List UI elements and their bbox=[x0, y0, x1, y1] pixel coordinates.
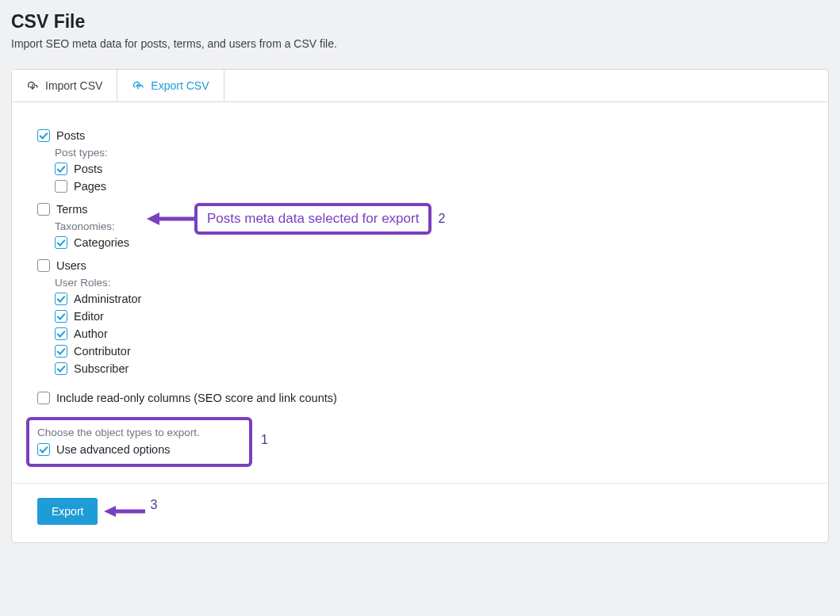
export-button[interactable]: Export bbox=[37, 498, 98, 525]
label-role-administrator: Administrator bbox=[74, 293, 141, 305]
checkbox-taxonomy-categories[interactable] bbox=[55, 236, 67, 249]
cloud-download-icon bbox=[26, 79, 39, 92]
svg-marker-3 bbox=[104, 506, 116, 517]
row-readonly: Include read-only columns (SEO score and… bbox=[37, 388, 803, 407]
footer-bar: Export 3 bbox=[12, 483, 828, 542]
sublabel-taxonomies: Taxonomies: bbox=[55, 220, 803, 232]
label-post-type-posts: Posts bbox=[74, 163, 102, 175]
checkbox-posts[interactable] bbox=[37, 129, 50, 142]
label-posts: Posts bbox=[56, 129, 85, 142]
label-role-author: Author bbox=[74, 327, 108, 340]
tab-import-label: Import CSV bbox=[45, 79, 102, 92]
checkbox-role-author[interactable] bbox=[55, 327, 67, 340]
tab-export-csv[interactable]: Export CSV bbox=[117, 70, 224, 101]
group-posts: Posts Post types: Posts Posts meta data … bbox=[37, 126, 803, 195]
label-users: Users bbox=[56, 259, 86, 272]
label-role-editor: Editor bbox=[74, 310, 104, 323]
checkbox-users[interactable] bbox=[37, 259, 50, 272]
page-title: CSV File bbox=[11, 11, 829, 33]
csv-tab-panel: Import CSV Export CSV Posts Post types: bbox=[11, 69, 829, 543]
label-role-subscriber: Subscriber bbox=[74, 362, 128, 375]
export-tab-content: Posts Post types: Posts Posts meta data … bbox=[12, 102, 828, 483]
sublabel-post-types: Post types: bbox=[55, 147, 803, 159]
checkbox-role-subscriber[interactable] bbox=[55, 362, 67, 375]
label-choose-object-types: Choose the object types to export. bbox=[37, 427, 241, 438]
tab-export-label: Export CSV bbox=[151, 79, 209, 92]
tab-import-csv[interactable]: Import CSV bbox=[12, 70, 117, 101]
checkbox-use-advanced[interactable] bbox=[37, 443, 50, 456]
annotation-number-3: 3 bbox=[150, 498, 157, 512]
annotation-box-advanced: Choose the object types to export. Use a… bbox=[26, 417, 252, 467]
page-description: Import SEO meta data for posts, terms, a… bbox=[11, 37, 829, 50]
checkbox-role-administrator[interactable] bbox=[55, 293, 67, 305]
annotation-number-1: 1 bbox=[261, 433, 268, 447]
checkbox-terms[interactable] bbox=[37, 203, 50, 216]
label-include-readonly: Include read-only columns (SEO score and… bbox=[56, 392, 337, 404]
label-use-advanced: Use advanced options bbox=[56, 443, 171, 456]
checkbox-role-editor[interactable] bbox=[55, 310, 67, 323]
label-post-type-pages: Pages bbox=[74, 180, 106, 193]
checkbox-post-type-pages[interactable] bbox=[55, 180, 67, 193]
group-users: Users User Roles: Administrator Editor A… bbox=[37, 256, 803, 377]
cloud-upload-icon bbox=[132, 79, 144, 92]
group-terms: Terms Taxonomies: Categories bbox=[37, 200, 803, 251]
checkbox-post-type-posts[interactable] bbox=[55, 163, 67, 175]
label-taxonomy-categories: Categories bbox=[74, 236, 129, 249]
checkbox-include-readonly[interactable] bbox=[37, 392, 50, 404]
label-role-contributor: Contributor bbox=[74, 345, 131, 358]
sublabel-user-roles: User Roles: bbox=[55, 277, 803, 289]
label-terms: Terms bbox=[56, 203, 87, 216]
tab-bar: Import CSV Export CSV bbox=[12, 70, 828, 102]
annotation-arrow-export bbox=[104, 503, 145, 519]
checkbox-role-contributor[interactable] bbox=[55, 345, 67, 358]
